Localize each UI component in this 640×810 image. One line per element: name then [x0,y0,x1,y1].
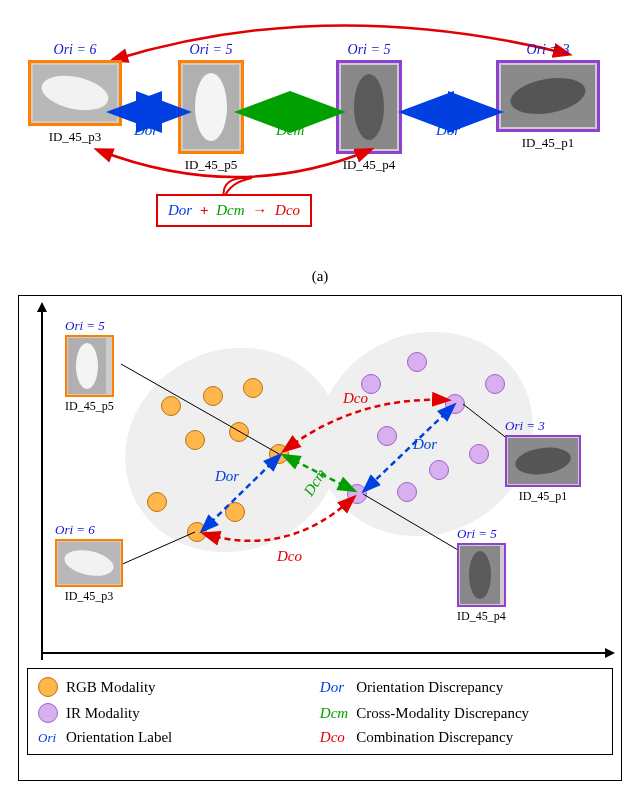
vehicle-image [457,543,506,607]
vehicle-image [496,60,600,132]
legend-text: Orientation Discrepancy [356,679,602,696]
svg-point-19 [76,343,98,389]
legend-dot-ir [38,703,58,723]
panel-b: Dor Dor Dcm Dco Dco Ori = 5 ID_45_p5 Ori… [18,295,622,810]
id-label: ID_45_p1 [505,489,581,504]
formula-dcm: Dcm [216,202,244,218]
mini-id45p3: Ori = 6 ID_45_p3 [55,522,123,604]
panel-a: Ori = 6 ID_45_p3 Ori = 5 ID_45_p5 Ori = … [18,12,622,262]
thumb-id45p3: Ori = 6 ID_45_p3 [28,42,122,145]
plus-icon: + [196,202,213,218]
vehicle-image [178,60,244,154]
dor-arrow-2 [406,102,496,122]
ori-label: Ori = 5 [457,526,506,542]
legend-text: RGB Modality [66,679,312,696]
legend-text: IR Modality [66,705,312,722]
id-label: ID_45_p4 [457,609,506,624]
legend-text: Combination Discrepancy [356,729,602,746]
mini-id45p5: Ori = 5 ID_45_p5 [65,318,114,414]
formula-dor: Dor [168,202,192,218]
ori-label: Ori = 6 [54,42,97,58]
x-axis [41,652,607,654]
ori-label: Ori = 5 [348,42,391,58]
mini-id45p4: Ori = 5 ID_45_p4 [457,526,506,624]
dor-arrow-1 [114,102,184,122]
ori-label: Ori = 3 [527,42,570,58]
arrow-icon: → [248,202,271,218]
legend-dot-rgb [38,677,58,697]
ori-label: Ori = 6 [55,522,123,538]
svg-line-11 [121,364,279,454]
svg-point-25 [469,551,491,599]
svg-point-5 [354,74,384,140]
vehicle-image [336,60,402,154]
dor-label: Dor [134,122,158,139]
id-label: ID_45_p1 [522,135,575,151]
formula-dco: Dco [275,202,300,218]
svg-point-3 [195,73,227,141]
dco-label: Dco [343,390,368,407]
legend-text: Orientation Label [66,729,312,746]
vehicle-image [505,435,581,487]
dor-label: Dor [436,122,460,139]
panel-a-caption: (a) [18,268,622,285]
ori-label: Ori = 5 [190,42,233,58]
dco-label: Dco [277,548,302,565]
dor-label: Dor [413,436,437,453]
dcm-arrow [242,102,338,122]
dor-label: Dor [215,468,239,485]
mini-id45p1: Ori = 3 ID_45_p1 [505,418,581,504]
figure: Ori = 6 ID_45_p3 Ori = 5 ID_45_p5 Ori = … [18,12,622,810]
panel-b-frame: Dor Dor Dcm Dco Dco Ori = 5 ID_45_p5 Ori… [18,295,622,781]
thumb-id45p1: Ori = 3 ID_45_p1 [496,42,600,151]
formula-box: Dor + Dcm → Dco [156,194,312,227]
legend-sym-dcm: Dcm [320,705,348,722]
ori-label: Ori = 5 [65,318,114,334]
ori-label: Ori = 3 [505,418,581,434]
id-label: ID_45_p5 [65,399,114,414]
vehicle-image [28,60,122,126]
legend-sym-ori: Ori [38,730,58,746]
legend-text: Cross-Modality Discrepancy [356,705,602,722]
legend: RGB Modality Dor Orientation Discrepancy… [27,668,613,755]
vehicle-image [65,335,114,397]
vehicle-image [55,539,123,587]
dcm-label: Dcm [276,122,304,139]
scatter-chart: Dor Dor Dcm Dco Dco Ori = 5 ID_45_p5 Ori… [27,304,613,660]
legend-sym-dor: Dor [320,679,348,696]
legend-sym-dco: Dco [320,729,348,746]
svg-line-16 [365,406,453,490]
id-label: ID_45_p3 [55,589,123,604]
